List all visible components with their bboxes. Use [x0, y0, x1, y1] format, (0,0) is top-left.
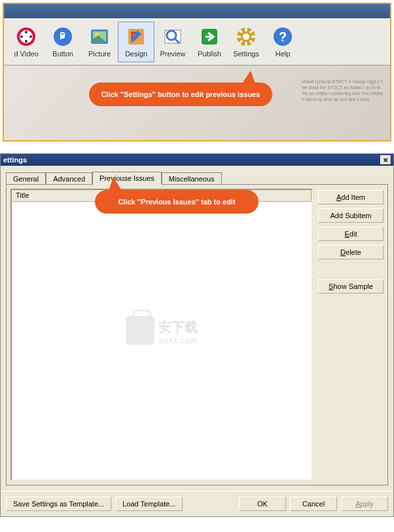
tab-label: Miscellaneous — [169, 175, 215, 183]
issues-list[interactable]: Title Page/URL 安下载 anxz.com — [10, 189, 313, 481]
dialog-titlebar: ettings ✕ — [1, 154, 393, 166]
toolbar-label: Settings — [233, 50, 259, 58]
tab-label: General — [13, 175, 39, 183]
bag-icon — [126, 316, 154, 345]
toolbar-label: Button — [52, 50, 73, 58]
add-subitem-button[interactable]: Add Subitem — [318, 208, 384, 223]
show-sample-button[interactable]: Show Sample — [318, 279, 384, 294]
ok-button[interactable]: OK — [239, 497, 286, 511]
apply-button[interactable]: Apply — [341, 497, 388, 511]
dialog-title: ettings — [3, 156, 27, 164]
close-icon: ✕ — [383, 157, 388, 164]
delete-button[interactable]: Delete — [318, 245, 384, 259]
toolbar-area: d Video Button Picture Design — [4, 18, 390, 66]
blurry-text: xhawt t jeds la BTRCT e masys rdjgt n Th… — [302, 79, 384, 102]
tab-label: Advanced — [53, 175, 85, 183]
callout-settings: Click "Settings" button to edit previous… — [89, 83, 272, 106]
toolbar-label: d Video — [14, 50, 38, 58]
svg-point-5 — [25, 40, 27, 43]
publish-icon — [199, 26, 220, 47]
svg-text:?: ? — [279, 29, 287, 44]
add-item-button[interactable]: Add Item — [318, 190, 384, 204]
dialog-bottom-bar: Save Settings as Template... Load Templa… — [1, 491, 393, 516]
publish-button[interactable]: Publish — [191, 22, 228, 62]
tab-general[interactable]: General — [6, 172, 46, 185]
toolbar-label: Publish — [198, 50, 221, 58]
toolbar-screenshot: d Video Button Picture Design — [3, 3, 391, 142]
close-button[interactable]: ✕ — [380, 155, 391, 164]
picture-icon — [89, 26, 110, 47]
video-button[interactable]: d Video — [8, 22, 45, 62]
tab-strip: General Advanced Previouse Issues Miscel… — [1, 166, 393, 184]
load-template-button[interactable]: Load Template... — [115, 497, 183, 511]
callout-text: Click "Previous Issues" tab to edit — [118, 198, 235, 206]
toolbar-label: Design — [125, 50, 147, 58]
settings-button[interactable]: Settings — [228, 22, 264, 62]
settings-icon — [236, 26, 257, 47]
button-button[interactable]: Button — [45, 22, 81, 62]
tab-miscellaneous[interactable]: Miscellaneous — [162, 172, 222, 185]
callout-previous-issues: Click "Previous Issues" tab to edit — [95, 190, 259, 214]
cancel-button[interactable]: Cancel — [290, 497, 337, 511]
svg-point-7 — [61, 35, 65, 39]
toolbar-label: Help — [276, 50, 291, 58]
main-toolbar: d Video Button Picture Design — [4, 22, 390, 65]
svg-point-2 — [20, 35, 23, 38]
window-titlebar-top — [4, 4, 390, 18]
svg-point-4 — [25, 31, 27, 33]
tab-advanced[interactable]: Advanced — [46, 172, 92, 185]
help-button[interactable]: ? Help — [264, 22, 301, 62]
watermark: 安下载 anxz.com — [126, 316, 198, 347]
design-button[interactable]: Design — [118, 22, 154, 62]
help-icon: ? — [272, 26, 293, 47]
picture-button[interactable]: Picture — [81, 22, 118, 62]
side-buttons: Add Item Add Subitem Edit Delete Show Sa… — [318, 189, 384, 481]
tab-previous-issues[interactable]: Previouse Issues — [92, 172, 162, 185]
button-icon — [52, 26, 73, 47]
preview-button[interactable]: Preview — [154, 22, 191, 62]
callout-text: Click "Settings" button to edit previous… — [101, 90, 260, 98]
design-icon — [126, 26, 147, 47]
edit-button[interactable]: Edit — [318, 227, 384, 241]
save-template-button[interactable]: Save Settings as Template... — [6, 497, 111, 511]
toolbar-label: Picture — [88, 50, 111, 58]
toolbar-label: Preview — [160, 50, 185, 58]
tab-panel: Title Page/URL 安下载 anxz.com Add Item Add… — [6, 184, 388, 485]
svg-point-17 — [243, 33, 249, 40]
svg-point-3 — [29, 35, 32, 38]
preview-icon — [162, 26, 183, 47]
video-icon — [16, 26, 37, 47]
